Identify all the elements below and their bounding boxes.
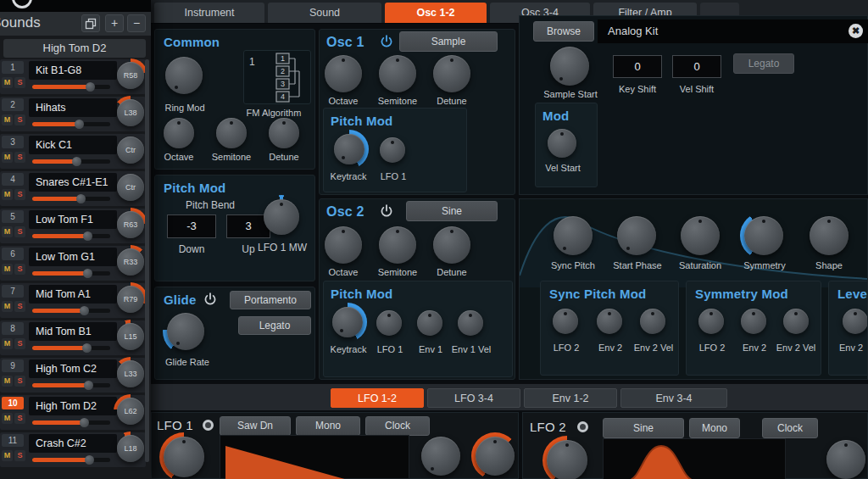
level-slider[interactable] xyxy=(32,197,110,201)
vel-shift-value[interactable]: 0 xyxy=(672,55,721,78)
start-phase-knob[interactable] xyxy=(617,216,656,255)
sound-row[interactable]: 6 M S Low Tom G1 R33 xyxy=(0,246,146,281)
lfo2-led-icon[interactable] xyxy=(577,421,588,432)
solo-button[interactable]: S xyxy=(14,152,25,163)
osc2-keytrack-knob[interactable] xyxy=(332,307,363,337)
tab-osc-1-2[interactable]: Osc 1-2 xyxy=(385,3,487,23)
level-slider[interactable] xyxy=(32,159,110,164)
mute-button[interactable]: M xyxy=(2,301,13,312)
sound-name[interactable]: Kick C1 xyxy=(29,136,117,154)
sound-row[interactable]: 11 M S Crash C#2 L18 xyxy=(0,432,146,467)
sound-row[interactable]: 4 M S Snares C#1-E1 Ctr xyxy=(0,171,146,206)
lfo1-depth-knob[interactable] xyxy=(421,437,460,476)
sound-name[interactable]: Mid Tom B1 xyxy=(29,322,117,341)
close-icon[interactable]: ✖ xyxy=(849,24,863,38)
solo-button[interactable]: S xyxy=(14,301,25,312)
solo-button[interactable]: S xyxy=(14,450,25,461)
tab-env-1-2[interactable]: Env 1-2 xyxy=(524,388,617,408)
lfo1-wave-button[interactable]: Saw Dn xyxy=(220,416,291,436)
osc1-power-icon[interactable] xyxy=(379,34,394,49)
glide-rate-knob[interactable] xyxy=(167,313,204,350)
glide-legato-button[interactable]: Legato xyxy=(238,316,311,335)
lfo2-rate-knob[interactable] xyxy=(547,440,587,479)
osc2-octave-knob[interactable] xyxy=(325,226,362,264)
lfo1-mw-knob[interactable] xyxy=(264,199,299,235)
mute-button[interactable]: M xyxy=(2,376,13,387)
sound-name[interactable]: Mid Tom A1 xyxy=(29,285,117,304)
common-detune-knob[interactable] xyxy=(269,118,299,148)
sound-name[interactable]: Hihats xyxy=(29,98,117,117)
osc1-octave-knob[interactable] xyxy=(325,55,362,92)
osc2-power-icon[interactable] xyxy=(379,203,394,219)
solo-button[interactable]: S xyxy=(14,77,25,88)
solo-button[interactable]: S xyxy=(14,264,25,275)
level-slider[interactable] xyxy=(32,309,110,313)
common-semitone-knob[interactable] xyxy=(216,118,247,148)
sound-name[interactable]: Low Tom F1 xyxy=(29,210,117,229)
level-env2-knob[interactable] xyxy=(843,309,868,334)
vel-start-knob[interactable] xyxy=(548,129,576,158)
sync-env2-knob[interactable] xyxy=(597,309,622,334)
osc1-detune-knob[interactable] xyxy=(433,55,470,92)
lfo2-wave-button[interactable]: Sine xyxy=(603,418,684,438)
symmetry-env2-knob[interactable] xyxy=(741,309,766,334)
pan-knob[interactable]: R33 xyxy=(117,248,144,276)
duplicate-sound-button[interactable] xyxy=(81,14,100,32)
common-octave-knob[interactable] xyxy=(164,118,194,148)
mute-button[interactable]: M xyxy=(2,338,13,349)
level-slider[interactable] xyxy=(32,383,110,387)
sound-name[interactable]: Kit B1-G8 xyxy=(29,61,117,80)
solo-button[interactable]: S xyxy=(14,189,25,200)
mute-button[interactable]: M xyxy=(2,152,13,163)
osc1-semitone-knob[interactable] xyxy=(379,55,416,92)
pan-knob[interactable]: L18 xyxy=(117,435,144,462)
mute-button[interactable]: M xyxy=(2,450,13,461)
tab-lfo-3-4[interactable]: LFO 3-4 xyxy=(427,388,520,408)
lfo1-rate-knob[interactable] xyxy=(164,437,204,477)
mute-button[interactable]: M xyxy=(2,77,13,88)
lfo2-mono-button[interactable]: Mono xyxy=(689,418,740,438)
key-shift-value[interactable]: 0 xyxy=(613,55,662,78)
lfo2-clock-button[interactable]: Clock xyxy=(762,418,818,438)
sound-row[interactable]: 5 M S Low Tom F1 R63 xyxy=(0,209,146,243)
sound-row[interactable]: 8 M S Mid Tom B1 L15 xyxy=(0,320,146,355)
fm-algorithm-display[interactable]: 1 1234 xyxy=(243,50,311,104)
sound-name[interactable]: High Tom D2 xyxy=(29,397,117,415)
mute-button[interactable]: M xyxy=(2,264,13,275)
pan-knob[interactable]: L38 xyxy=(117,99,144,126)
saturation-knob[interactable] xyxy=(681,216,720,255)
mute-button[interactable]: M xyxy=(2,413,13,424)
sidebar-scrollbar[interactable] xyxy=(145,59,149,462)
solo-button[interactable]: S xyxy=(14,338,25,349)
sound-name[interactable]: Snares C#1-E1 xyxy=(29,173,117,192)
lfo1-clock-button[interactable]: Clock xyxy=(365,416,430,436)
sample-legato-button[interactable]: Legato xyxy=(733,53,794,74)
portamento-button[interactable]: Portamento xyxy=(230,291,311,309)
solo-button[interactable]: S xyxy=(14,226,25,237)
osc2-env1-vel-knob[interactable] xyxy=(458,310,483,336)
pan-knob[interactable]: L33 xyxy=(117,360,144,387)
osc2-detune-knob[interactable] xyxy=(433,226,470,264)
mute-button[interactable]: M xyxy=(2,189,13,200)
level-slider[interactable] xyxy=(32,421,110,425)
sound-row[interactable]: 9 M S High Tom C2 L33 xyxy=(0,358,146,393)
sync-lfo2-knob[interactable] xyxy=(553,309,578,334)
osc2-lfo1-knob[interactable] xyxy=(376,310,402,336)
shape-knob[interactable] xyxy=(810,216,849,255)
osc2-env1-knob[interactable] xyxy=(417,310,442,336)
tab-env-3-4[interactable]: Env 3-4 xyxy=(620,388,727,408)
osc1-lfo1-knob[interactable] xyxy=(380,137,405,163)
remove-sound-button[interactable]: − xyxy=(127,14,146,32)
sample-start-knob[interactable] xyxy=(550,47,589,86)
sound-row[interactable]: 3 M S Kick C1 Ctr xyxy=(0,134,146,169)
sound-row[interactable]: 1 M S Kit B1-G8 R58 xyxy=(0,59,146,94)
pan-knob[interactable]: R79 xyxy=(117,286,144,313)
add-sound-button[interactable]: + xyxy=(105,14,124,32)
lfo1-smooth-knob[interactable] xyxy=(476,437,515,476)
osc1-keytrack-knob[interactable] xyxy=(334,134,364,164)
sound-row[interactable]: 2 M S Hihats L38 xyxy=(0,97,146,131)
sound-name[interactable]: High Tom C2 xyxy=(29,359,117,378)
solo-button[interactable]: S xyxy=(14,413,25,424)
osc2-semitone-knob[interactable] xyxy=(379,226,416,264)
pan-knob[interactable]: Ctr xyxy=(117,174,144,201)
